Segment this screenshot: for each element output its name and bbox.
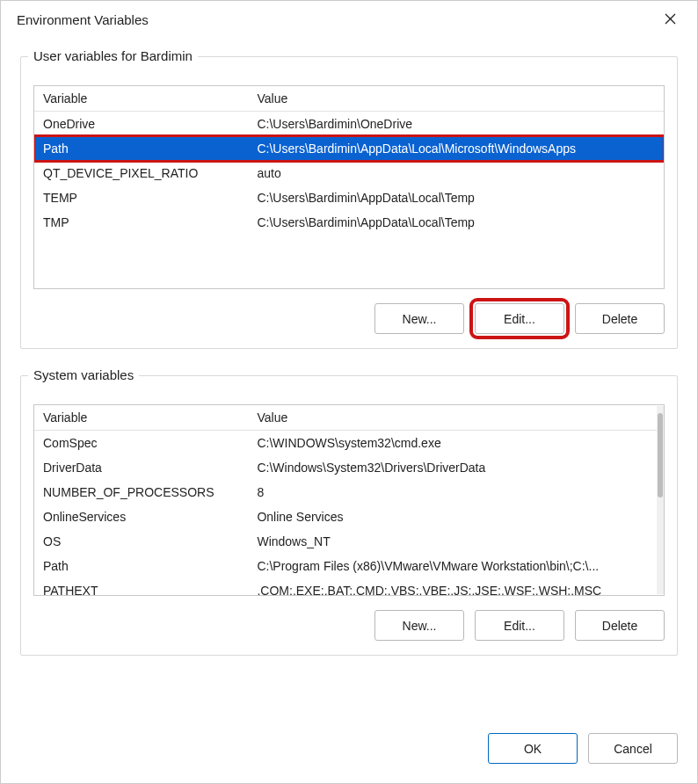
cell-variable: Path bbox=[34, 136, 248, 161]
system-variables-group: System variables Variable Value ComSpecC… bbox=[20, 375, 678, 656]
cell-value: 8 bbox=[248, 480, 664, 505]
user-variables-group: User variables for Bardimin Variable Val… bbox=[20, 56, 678, 349]
cell-variable: PATHEXT bbox=[34, 578, 248, 596]
cell-value: C:\Users\Bardimin\AppData\Local\Microsof… bbox=[248, 136, 664, 161]
table-row[interactable]: OneDriveC:\Users\Bardimin\OneDrive bbox=[34, 112, 664, 136]
system-delete-button[interactable]: Delete bbox=[575, 610, 665, 641]
cancel-button[interactable]: Cancel bbox=[588, 733, 678, 764]
cell-value: Windows_NT bbox=[248, 529, 664, 554]
system-edit-button[interactable]: Edit... bbox=[475, 610, 564, 641]
user-variables-table[interactable]: Variable Value OneDriveC:\Users\Bardimin… bbox=[33, 85, 665, 289]
cell-variable: DriverData bbox=[34, 455, 248, 480]
cell-variable: NUMBER_OF_PROCESSORS bbox=[34, 480, 248, 505]
cell-variable: TMP bbox=[34, 210, 248, 235]
system-new-button[interactable]: New... bbox=[374, 610, 464, 641]
system-variables-button-row: New... Edit... Delete bbox=[33, 610, 665, 641]
table-row[interactable]: QT_DEVICE_PIXEL_RATIOauto bbox=[34, 161, 664, 185]
user-delete-button[interactable]: Delete bbox=[575, 303, 665, 334]
cell-value: C:\Users\Bardimin\AppData\Local\Temp bbox=[248, 210, 664, 235]
cell-value: C:\Users\Bardimin\AppData\Local\Temp bbox=[248, 185, 664, 210]
close-icon[interactable] bbox=[658, 10, 683, 30]
cell-value: Online Services bbox=[248, 505, 664, 529]
ok-button[interactable]: OK bbox=[488, 733, 578, 764]
cell-value: C:\WINDOWS\system32\cmd.exe bbox=[248, 431, 664, 455]
cell-variable: OS bbox=[34, 529, 248, 554]
system-variables-caption: System variables bbox=[28, 367, 139, 382]
cell-value: .COM;.EXE;.BAT;.CMD;.VBS;.VBE;.JS;.JSE;.… bbox=[248, 578, 664, 596]
cell-variable: ComSpec bbox=[34, 431, 248, 455]
header-value[interactable]: Value bbox=[248, 86, 664, 111]
table-row[interactable]: TEMPC:\Users\Bardimin\AppData\Local\Temp bbox=[34, 185, 664, 210]
cell-variable: OnlineServices bbox=[34, 505, 248, 529]
title-bar: Environment Variables bbox=[1, 1, 697, 37]
user-variables-button-row: New... Edit... Delete bbox=[33, 303, 665, 334]
cell-variable: OneDrive bbox=[34, 112, 248, 136]
cell-variable: TEMP bbox=[34, 185, 248, 210]
cell-variable: Path bbox=[34, 554, 248, 578]
dialog-button-row: OK Cancel bbox=[20, 733, 678, 764]
table-row[interactable]: OSWindows_NT bbox=[34, 529, 664, 554]
table-row[interactable]: OnlineServicesOnline Services bbox=[34, 505, 664, 529]
table-row[interactable]: TMPC:\Users\Bardimin\AppData\Local\Temp bbox=[34, 210, 664, 235]
scrollbar[interactable] bbox=[657, 406, 664, 594]
header-variable[interactable]: Variable bbox=[34, 86, 248, 111]
table-row[interactable]: PathC:\Program Files (x86)\VMware\VMware… bbox=[34, 554, 664, 578]
environment-variables-dialog: Environment Variables BARDIMIN User vari… bbox=[0, 0, 698, 784]
cell-value: C:\Windows\System32\Drivers\DriverData bbox=[248, 455, 664, 480]
table-row[interactable]: PathC:\Users\Bardimin\AppData\Local\Micr… bbox=[34, 136, 664, 161]
system-variables-table[interactable]: Variable Value ComSpecC:\WINDOWS\system3… bbox=[33, 404, 665, 596]
scrollbar-thumb[interactable] bbox=[658, 413, 663, 497]
user-variables-caption: User variables for Bardimin bbox=[28, 48, 198, 63]
cell-value: C:\Program Files (x86)\VMware\VMware Wor… bbox=[248, 554, 664, 578]
header-value[interactable]: Value bbox=[248, 405, 664, 430]
table-row[interactable]: DriverDataC:\Windows\System32\Drivers\Dr… bbox=[34, 455, 664, 480]
table-row[interactable]: ComSpecC:\WINDOWS\system32\cmd.exe bbox=[34, 431, 664, 455]
user-new-button[interactable]: New... bbox=[374, 303, 464, 334]
table-row[interactable]: NUMBER_OF_PROCESSORS8 bbox=[34, 480, 664, 505]
table-header: Variable Value bbox=[34, 86, 664, 112]
cell-value: auto bbox=[248, 161, 664, 185]
table-header: Variable Value bbox=[34, 405, 664, 431]
table-row[interactable]: PATHEXT.COM;.EXE;.BAT;.CMD;.VBS;.VBE;.JS… bbox=[34, 578, 664, 596]
client-area: BARDIMIN User variables for Bardimin Var… bbox=[1, 37, 697, 783]
window-title: Environment Variables bbox=[17, 12, 149, 27]
cell-value: C:\Users\Bardimin\OneDrive bbox=[248, 112, 664, 136]
cell-variable: QT_DEVICE_PIXEL_RATIO bbox=[34, 161, 248, 185]
header-variable[interactable]: Variable bbox=[34, 405, 248, 430]
user-edit-button[interactable]: Edit... bbox=[475, 303, 564, 334]
